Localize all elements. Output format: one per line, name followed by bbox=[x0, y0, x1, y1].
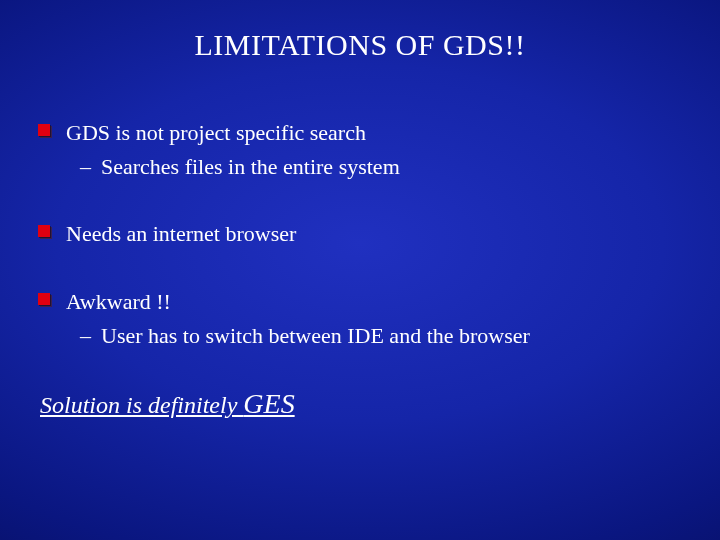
bullet-group: Awkward !! – User has to switch between … bbox=[40, 287, 680, 350]
sub-bullet-text: Searches files in the entire system bbox=[101, 152, 400, 182]
slide-title: LIMITATIONS OF GDS!! bbox=[0, 28, 720, 62]
bullet-text: Needs an internet browser bbox=[66, 219, 296, 249]
solution-prefix: Solution is definitely bbox=[40, 392, 243, 418]
sub-bullet-item: – User has to switch between IDE and the… bbox=[80, 321, 680, 351]
dash-icon: – bbox=[80, 321, 91, 351]
dash-icon: – bbox=[80, 152, 91, 182]
slide-content: GDS is not project specific search – Sea… bbox=[40, 118, 680, 420]
solution-line: Solution is definitely GES bbox=[40, 388, 680, 420]
bullet-group: GDS is not project specific search – Sea… bbox=[40, 118, 680, 181]
bullet-text: Awkward !! bbox=[66, 287, 171, 317]
bullet-text: GDS is not project specific search bbox=[66, 118, 366, 148]
bullet-item: GDS is not project specific search bbox=[40, 118, 680, 148]
bullet-item: Awkward !! bbox=[40, 287, 680, 317]
sub-bullet-item: – Searches files in the entire system bbox=[80, 152, 680, 182]
square-bullet-icon bbox=[40, 227, 52, 239]
square-bullet-icon bbox=[40, 126, 52, 138]
bullet-group: Needs an internet browser bbox=[40, 219, 680, 249]
square-bullet-icon bbox=[40, 295, 52, 307]
solution-emph: GES bbox=[243, 388, 294, 419]
bullet-item: Needs an internet browser bbox=[40, 219, 680, 249]
sub-bullet-text: User has to switch between IDE and the b… bbox=[101, 321, 530, 351]
